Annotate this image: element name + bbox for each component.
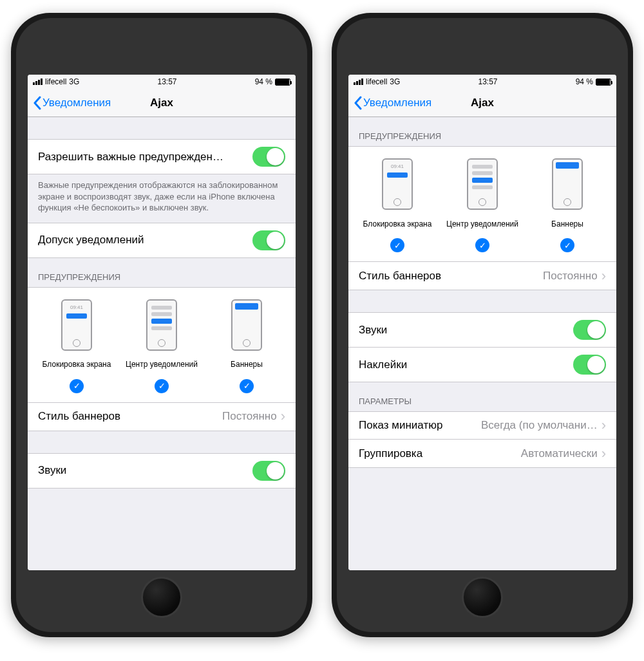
row-badges[interactable]: Наклейки [348, 348, 616, 382]
check-icon: ✓ [475, 238, 489, 252]
status-bar: lifecell 3G 13:57 94 % [348, 75, 616, 89]
alert-style-picker: 09:41 Блокировка экрана ✓ Центр уведомле… [348, 146, 616, 262]
nav-bar: Уведомления Ajax [28, 89, 296, 117]
home-button[interactable] [462, 577, 503, 618]
chevron-left-icon [33, 96, 41, 110]
back-label: Уведомления [43, 97, 111, 109]
center-preview-icon [467, 158, 498, 210]
row-critical-alerts[interactable]: Разрешить важные предупрежден… [28, 139, 296, 174]
alert-option-banner[interactable]: Баннеры ✓ [204, 299, 289, 393]
row-sounds[interactable]: Звуки [348, 312, 616, 348]
signal-icon [33, 79, 43, 85]
banner-style-value: Постоянно [543, 270, 598, 283]
check-icon: ✓ [240, 379, 254, 393]
sounds-toggle[interactable] [252, 461, 285, 481]
row-grouping[interactable]: Группировка Автоматически › [348, 440, 616, 468]
alert-center-label: Центр уведомлений [126, 356, 198, 374]
alert-option-lockscreen[interactable]: 09:41 Блокировка экрана ✓ [355, 158, 440, 252]
critical-alerts-toggle[interactable] [252, 147, 285, 167]
banner-preview-icon [231, 299, 262, 351]
sounds-toggle[interactable] [573, 320, 606, 340]
banner-style-label: Стиль баннеров [38, 410, 222, 423]
clock-label: 13:57 [157, 77, 176, 86]
row-banner-style[interactable]: Стиль баннеров Постоянно › [28, 403, 296, 431]
page-title: Ajax [471, 97, 494, 109]
alert-option-lockscreen[interactable]: 09:41 Блокировка экрана ✓ [34, 299, 119, 393]
alert-banner-label: Баннеры [551, 215, 583, 233]
alert-option-center[interactable]: Центр уведомлений ✓ [119, 299, 204, 393]
nav-bar: Уведомления Ajax [348, 89, 616, 117]
badges-toggle[interactable] [573, 355, 606, 375]
row-previews[interactable]: Показ миниатюр Всегда (по умолчани… › [348, 411, 616, 440]
battery-icon [275, 79, 290, 86]
network-label: 3G [390, 77, 400, 86]
screen-right: lifecell 3G 13:57 94 % Уведомления Ajax … [348, 75, 616, 570]
section-header-alerts: ПРЕДУПРЕЖДЕНИЯ [348, 117, 616, 146]
check-icon: ✓ [70, 379, 84, 393]
status-bar: lifecell 3G 13:57 94 % [28, 75, 296, 89]
back-button[interactable]: Уведомления [354, 96, 431, 110]
grouping-label: Группировка [359, 447, 521, 460]
clock-label: 13:57 [478, 77, 497, 86]
badges-label: Наклейки [359, 358, 573, 371]
banner-style-label: Стиль баннеров [359, 270, 543, 283]
alert-lock-label: Блокировка экрана [363, 215, 432, 233]
alert-option-banner[interactable]: Баннеры ✓ [525, 158, 610, 252]
section-header-params: ПАРАМЕТРЫ [348, 382, 616, 411]
check-icon: ✓ [155, 379, 169, 393]
alert-center-label: Центр уведомлений [446, 215, 518, 233]
previews-value: Всегда (по умолчани… [481, 419, 598, 432]
allow-notifications-label: Допуск уведомлений [38, 234, 252, 247]
battery-pct-label: 94 % [576, 77, 593, 86]
battery-icon [596, 79, 611, 86]
center-preview-icon [146, 299, 177, 351]
check-icon: ✓ [560, 238, 574, 252]
previews-label: Показ миниатюр [359, 419, 481, 432]
row-banner-style[interactable]: Стиль баннеров Постоянно › [348, 262, 616, 290]
check-icon: ✓ [390, 238, 404, 252]
battery-pct-label: 94 % [255, 77, 272, 86]
signal-icon [354, 79, 363, 85]
back-label: Уведомления [363, 97, 431, 109]
lockscreen-preview-icon: 09:41 [61, 299, 92, 351]
critical-alerts-note: Важные предупреждения отображаются на за… [28, 174, 296, 223]
lockscreen-preview-icon: 09:41 [382, 158, 413, 210]
alert-style-picker: 09:41 Блокировка экрана ✓ Центр уведомле… [28, 287, 296, 403]
carrier-label: lifecell [366, 77, 387, 86]
back-button[interactable]: Уведомления [33, 96, 111, 110]
row-sounds[interactable]: Звуки [28, 453, 296, 489]
alert-option-center[interactable]: Центр уведомлений ✓ [440, 158, 525, 252]
chevron-left-icon [354, 96, 362, 110]
grouping-value: Автоматически [521, 447, 598, 460]
phone-left: lifecell 3G 13:57 94 % Уведомления Ajax [11, 13, 312, 637]
allow-notifications-toggle[interactable] [252, 230, 285, 250]
screen-left: lifecell 3G 13:57 94 % Уведомления Ajax [28, 75, 296, 570]
banner-style-value: Постоянно [222, 410, 277, 423]
banner-preview-icon [552, 158, 583, 210]
row-allow-notifications[interactable]: Допуск уведомлений [28, 223, 296, 258]
sounds-label: Звуки [359, 324, 573, 337]
phone-right: lifecell 3G 13:57 94 % Уведомления Ajax … [332, 13, 633, 637]
network-label: 3G [69, 77, 79, 86]
carrier-label: lifecell [45, 77, 66, 86]
home-button[interactable] [141, 577, 182, 618]
sounds-label: Звуки [38, 464, 252, 477]
alert-banner-label: Баннеры [231, 356, 263, 374]
critical-alerts-label: Разрешить важные предупрежден… [38, 151, 252, 163]
alert-lock-label: Блокировка экрана [43, 356, 111, 374]
section-header-alerts: ПРЕДУПРЕЖДЕНИЯ [28, 258, 296, 287]
page-title: Ajax [150, 97, 173, 109]
